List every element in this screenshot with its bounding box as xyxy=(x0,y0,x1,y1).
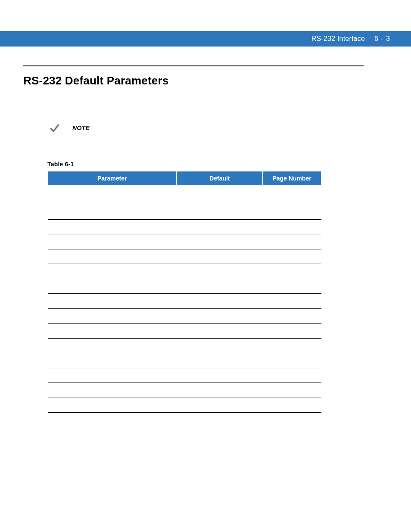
note-block: NOTE xyxy=(49,124,364,134)
cell-default xyxy=(177,383,263,398)
section-heading: RS-232 Default Parameters xyxy=(23,74,364,87)
cell-parameter xyxy=(48,308,177,324)
cell-parameter xyxy=(48,249,177,264)
cell-parameter xyxy=(48,398,177,413)
cell-page xyxy=(263,338,321,353)
cell-page xyxy=(263,205,321,220)
cell-page xyxy=(263,383,321,398)
cell-parameter xyxy=(48,383,177,398)
cell-default xyxy=(177,279,263,294)
cell-default xyxy=(177,294,263,309)
cell-parameter xyxy=(48,205,177,220)
cell-parameter xyxy=(48,338,177,353)
cell-default xyxy=(177,308,263,324)
chapter-title: RS-232 Interface xyxy=(311,35,365,43)
column-header-page-number: Page Number xyxy=(263,171,321,186)
section-divider xyxy=(23,65,364,66)
column-header-default: Default xyxy=(177,171,263,186)
column-header-parameter: Parameter xyxy=(48,171,177,186)
cell-page xyxy=(263,219,321,234)
cell-page xyxy=(263,249,321,264)
cell-parameter xyxy=(48,279,177,294)
table-row xyxy=(48,234,321,249)
cell-parameter xyxy=(48,219,177,234)
cell-default xyxy=(177,324,263,339)
cell-page xyxy=(263,353,321,368)
table-row xyxy=(48,368,321,383)
cell-page xyxy=(263,308,321,324)
parameters-table: Parameter Default Page Number xyxy=(47,171,321,413)
cell-default xyxy=(177,234,263,249)
cell-default xyxy=(177,205,263,220)
page-content: RS-232 Default Parameters NOTE Table 6-1… xyxy=(23,65,364,413)
table-caption: Table 6-1 xyxy=(47,161,364,168)
cell-default xyxy=(177,368,263,383)
cell-parameter xyxy=(48,324,177,339)
cell-default xyxy=(177,264,263,279)
table-header-row: Parameter Default Page Number xyxy=(48,171,321,186)
table-row xyxy=(48,249,321,264)
cell-default xyxy=(177,353,263,368)
cell-default xyxy=(177,338,263,353)
cell-page xyxy=(263,264,321,279)
cell-default xyxy=(177,219,263,234)
table-row xyxy=(48,308,321,324)
table-section-row xyxy=(48,186,321,205)
table-row xyxy=(48,324,321,339)
cell-page xyxy=(263,368,321,383)
cell-default xyxy=(177,249,263,264)
table-row xyxy=(48,338,321,353)
note-label: NOTE xyxy=(72,124,90,131)
cell-parameter xyxy=(48,294,177,309)
table-row xyxy=(48,398,321,413)
cell-page xyxy=(263,294,321,309)
page-number: 6 - 3 xyxy=(374,35,390,43)
cell-parameter xyxy=(48,234,177,249)
table-row xyxy=(48,279,321,294)
cell-parameter xyxy=(48,353,177,368)
page-header-band: RS-232 Interface 6 - 3 xyxy=(0,31,411,47)
table-row xyxy=(48,353,321,368)
checkmark-icon xyxy=(49,123,60,134)
cell-page xyxy=(263,279,321,294)
table-row xyxy=(48,383,321,398)
cell-page xyxy=(263,398,321,413)
cell-page xyxy=(263,234,321,249)
cell-parameter xyxy=(48,368,177,383)
cell-parameter xyxy=(48,264,177,279)
table-row xyxy=(48,294,321,309)
table-section-cell xyxy=(48,186,321,205)
cell-page xyxy=(263,324,321,339)
table-row xyxy=(48,264,321,279)
cell-default xyxy=(177,398,263,413)
table-row xyxy=(48,205,321,220)
table-row xyxy=(48,219,321,234)
table-body xyxy=(48,186,321,413)
